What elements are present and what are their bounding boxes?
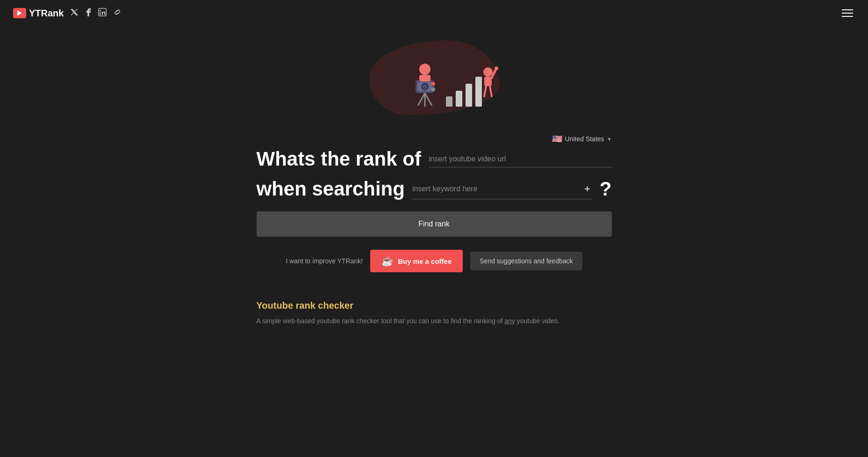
hamburger-menu[interactable] [840, 7, 855, 19]
url-input[interactable] [429, 151, 612, 167]
svg-point-19 [483, 67, 493, 77]
twitter-icon[interactable] [70, 8, 79, 18]
svg-point-13 [431, 82, 435, 86]
find-rank-button[interactable]: Find rank [257, 211, 612, 237]
svg-line-9 [425, 93, 432, 106]
svg-point-11 [419, 64, 430, 75]
keyword-label: when searching [257, 178, 405, 200]
buy-coffee-button[interactable]: ☕ Buy me a coffee [370, 250, 463, 272]
footer-actions: I want to improve YTRank! ☕ Buy me a cof… [286, 250, 582, 272]
country-selector-container: 🇺🇸 United States ▼ [257, 134, 612, 144]
svg-line-8 [418, 93, 425, 106]
linkedin-icon[interactable] [98, 8, 107, 19]
svg-line-23 [484, 86, 486, 96]
svg-rect-17 [466, 84, 472, 107]
logo-text: YTRank [29, 8, 64, 19]
svg-rect-12 [419, 75, 430, 81]
country-name: United States [565, 135, 604, 143]
buy-coffee-label: Buy me a coffee [398, 257, 452, 265]
hero-svg [364, 36, 504, 120]
logo-icon [13, 8, 26, 18]
facebook-icon[interactable] [85, 8, 92, 19]
svg-rect-16 [456, 91, 462, 107]
header: YTRank [0, 0, 868, 26]
rank-label: Whats the rank of [257, 148, 421, 170]
hero-illustration [359, 36, 509, 120]
link-icon[interactable] [113, 8, 122, 19]
svg-point-6 [423, 84, 427, 89]
svg-point-14 [431, 87, 435, 91]
coffee-icon: ☕ [381, 255, 393, 267]
question-mark: ? [600, 178, 612, 200]
country-selector[interactable]: 🇺🇸 United States ▼ [552, 134, 612, 144]
info-section: Youtube rank checker A simple web-based … [257, 300, 612, 326]
svg-line-24 [490, 86, 492, 96]
rank-row: Whats the rank of [257, 148, 612, 170]
info-title: Youtube rank checker [257, 300, 612, 311]
svg-rect-2 [100, 12, 101, 15]
svg-rect-20 [484, 77, 492, 86]
logo[interactable]: YTRank [13, 8, 64, 19]
keyword-input-wrapper: + [412, 179, 592, 199]
svg-point-22 [495, 66, 498, 70]
add-keyword-button[interactable]: + [582, 183, 592, 195]
svg-rect-15 [446, 96, 452, 107]
svg-rect-18 [475, 77, 482, 107]
keyword-input[interactable] [412, 185, 579, 193]
social-icons [70, 8, 122, 19]
chevron-down-icon: ▼ [607, 137, 612, 142]
country-flag: 🇺🇸 [552, 134, 562, 144]
header-left: YTRank [13, 8, 122, 19]
info-description: A simple web-based youtube rank checker … [257, 316, 612, 326]
keyword-row: when searching + ? [257, 178, 612, 200]
svg-point-1 [100, 10, 101, 11]
improve-text: I want to improve YTRank! [286, 257, 363, 265]
search-section: Whats the rank of when searching + ? Fin… [224, 148, 645, 300]
main-content: 🇺🇸 United States ▼ Whats the rank of whe… [0, 26, 868, 326]
feedback-button[interactable]: Send suggestions and feedback [470, 252, 582, 270]
